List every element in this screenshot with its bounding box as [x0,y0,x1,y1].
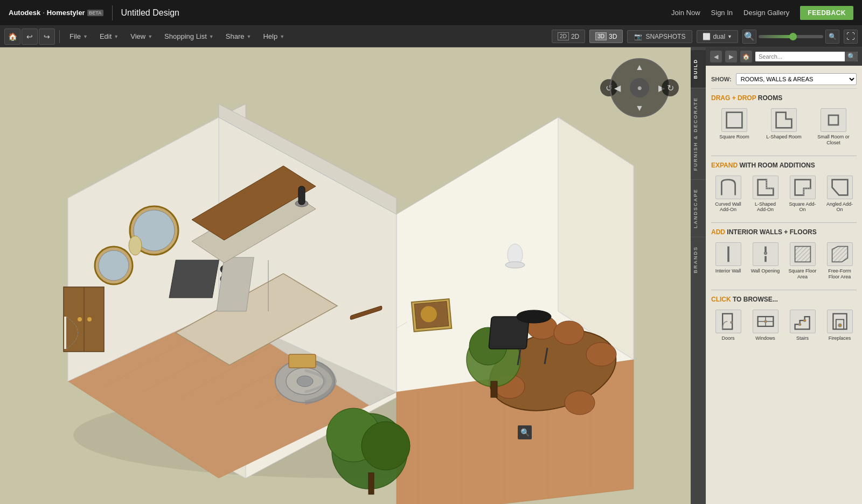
canvas-area[interactable]: ↺ ▲ ◀ ⊕ ▶ ▼ ↻ 🔍 [0,47,691,504]
svg-rect-76 [727,247,729,262]
ff-floor-icon-box [827,242,853,266]
view-2d-button[interactable]: 2D 2D [552,30,585,43]
fullscreen-button[interactable]: ⛶ [844,30,858,44]
fireplaces-label: Fireplaces [829,335,851,341]
tab-landscape[interactable]: LANDSCAPE [691,179,706,237]
panel-search-button[interactable]: 🔍 [845,52,858,61]
nav-up-button[interactable]: ▲ [635,62,644,72]
stairs-icon-box [790,310,816,333]
header-links: Join Now Sign In Design Gallery FEEDBACK [671,6,853,20]
stairs-browse-item[interactable]: Stairs [785,307,819,344]
sq-addon-label: Square Add-On [788,201,817,213]
svg-rect-65 [298,186,305,205]
redo-button[interactable]: ↪ [39,29,55,45]
join-now-link[interactable]: Join Now [671,9,700,17]
file-menu[interactable]: File ▼ [64,30,93,43]
logo-autodesk: Autodesk [9,9,40,17]
l-room-item[interactable]: L-Shaped Room [761,106,807,148]
help-menu[interactable]: Help ▼ [258,30,290,43]
edit-menu[interactable]: Edit ▼ [94,30,124,43]
dual-view-button[interactable]: ⬜ dual ▼ [697,30,738,43]
interior-wall-item[interactable]: Interior Wall [711,240,745,282]
divider-1 [711,156,857,156]
browse-heading: CLICK TO BROWSE... [711,296,857,303]
show-select[interactable]: ROOMS, WALLS & AREAS ALL WALLS ONLY [736,73,857,85]
svg-rect-33 [169,260,219,298]
stairs-label: Stairs [796,335,809,341]
nav-ring: ▲ ◀ ⊕ ▶ ▼ [610,58,669,117]
svg-rect-63 [369,473,374,494]
right-panel: BUILD FURNISH & DECORATE LANDSCAPE BRAND… [691,47,862,504]
undo-button[interactable]: ↩ [22,29,38,45]
square-room-item[interactable]: Square Room [711,106,757,148]
panel-back-button[interactable]: ◀ [710,51,722,62]
view-menu[interactable]: View ▼ [125,30,158,43]
rooms-grid: Square Room L-Shaped Room [711,106,857,148]
sq-addon-item[interactable]: Square Add-On [785,173,819,215]
drag-rooms-heading: DRAG + DROP ROOMS [711,94,857,102]
l-addon-icon-box [753,176,778,199]
view-3d-icon: 3D [595,32,607,40]
additions-grid: Curved Wall Add-On L-Shaped Add-On [711,173,857,215]
doors-icon-box [715,310,741,333]
panel-home-button[interactable]: 🏠 [740,51,752,62]
fireplaces-browse-item[interactable]: Fireplaces [823,307,857,344]
home-button[interactable]: 🏠 [4,29,20,45]
design-title: Untitled Design [121,8,180,18]
logo-dot: · [43,9,45,17]
sign-in-link[interactable]: Sign In [711,9,733,17]
l-addon-label: L-Shaped Add-On [750,201,780,213]
sq-floor-item[interactable]: Square Floor Area [785,240,819,282]
zoom-in-button[interactable]: 🔍 [825,30,839,44]
svg-marker-82 [832,247,847,262]
windows-browse-item[interactable]: Windows [748,307,782,344]
share-menu[interactable]: Share ▼ [220,30,257,43]
svg-point-54 [517,310,551,323]
zoom-slider[interactable] [759,35,823,38]
zoom-thumb [789,33,797,40]
square-room-icon [725,110,744,130]
topbar: Autodesk · Homestyler BETA Untitled Desi… [0,0,862,26]
panel-search-input[interactable] [755,52,845,61]
view-3d-button[interactable]: 3D 3D [589,30,623,43]
panel-body: SHOW: ROOMS, WALLS & AREAS ALL WALLS ONL… [706,66,862,504]
nav-down-button[interactable]: ▼ [635,103,644,113]
shopping-list-menu[interactable]: Shopping List ▼ [159,30,219,43]
doors-browse-item[interactable]: Doors [711,307,745,344]
l-room-label: L-Shaped Room [766,134,802,140]
l-addon-icon [756,178,775,197]
small-room-item[interactable]: Small Room or Closet [810,106,857,148]
curved-wall-item[interactable]: Curved Wall Add-On [711,173,745,215]
header-divider [112,5,113,20]
svg-rect-69 [289,354,316,368]
svg-point-97 [839,324,841,326]
square-room-icon-box [721,108,747,132]
panel-forward-button[interactable]: ▶ [725,51,737,62]
small-room-label: Small Room or Closet [812,134,854,146]
menubar: 🏠 ↩ ↪ File ▼ Edit ▼ View ▼ Shopping List… [0,26,862,47]
nav-center[interactable]: ⊕ [630,78,649,97]
tab-brands[interactable]: BRANDS [691,237,706,282]
l-addon-item[interactable]: L-Shaped Add-On [748,173,782,215]
zoom-out-button[interactable]: 🔍 [742,30,756,44]
zoom-controls: 🔍 🔍 [742,30,839,44]
browse-grid: Doors Windows [711,307,857,344]
feedback-button[interactable]: FEEDBACK [800,6,853,20]
panel-magnify-button[interactable]: 🔍 [518,425,532,439]
svg-point-86 [731,322,732,323]
angled-addon-icon [830,178,850,197]
nav-left-button[interactable]: ◀ [614,83,621,93]
ff-floor-item[interactable]: Free-Form Floor Area [823,240,857,282]
svg-point-91 [764,320,766,322]
snapshots-button[interactable]: 📷 SNAPSHOTS [627,30,692,43]
angled-addon-item[interactable]: Angled Add-On [823,173,857,215]
svg-point-62 [362,422,410,470]
tab-furnish[interactable]: FURNISH & DECORATE [691,88,706,179]
design-gallery-link[interactable]: Design Gallery [743,9,789,17]
stairs-icon [793,312,812,331]
tab-build[interactable]: BUILD [691,50,706,88]
sq-floor-icon-box [790,242,816,266]
rotate-right-button[interactable]: ↻ [662,79,679,96]
windows-icon-box [753,310,778,333]
wall-opening-item[interactable]: Wall Opening [748,240,782,282]
